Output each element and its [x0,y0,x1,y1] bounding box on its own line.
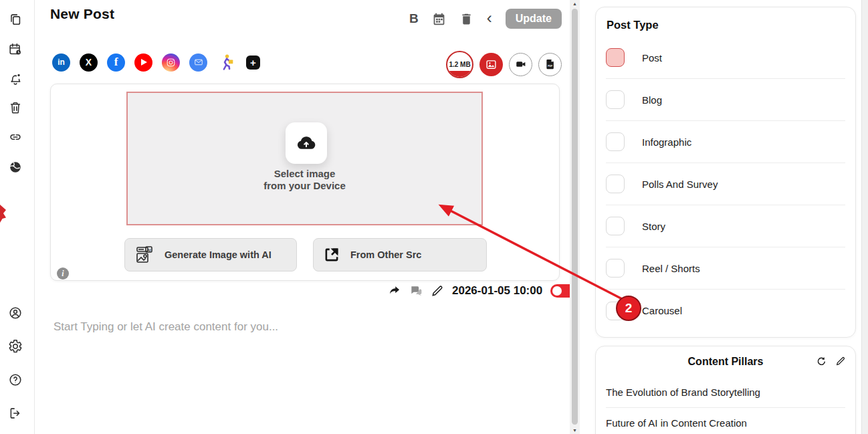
scroll-up-arrow[interactable]: ▲ [570,1,580,6]
post-type-title: Post Type [596,7,855,37]
facebook-icon[interactable]: f [107,53,125,72]
video-media-icon[interactable] [509,53,532,76]
post-type-option-post[interactable]: Post [606,37,845,79]
refresh-icon[interactable] [816,356,827,366]
post-toolbar: B ‹ Update [409,8,562,29]
checkbox-post[interactable] [606,48,625,67]
post-type-option-reel[interactable]: Reel / Shorts [606,247,845,290]
trash-icon[interactable] [8,100,23,115]
from-other-src-button[interactable]: From Other Src [313,238,487,272]
cloud-upload-icon[interactable] [286,122,327,164]
link-icon[interactable] [8,130,23,144]
generate-image-ai-button[interactable]: AI Generate Image with AI [124,238,297,272]
scheduled-datetime[interactable]: 2026-01-05 10:00 [452,284,542,298]
svg-text:AI: AI [147,248,151,252]
post-type-card: Post Type Post Blog Infographic Polls An… [595,7,856,338]
checkbox-blog[interactable] [606,90,625,109]
x-twitter-icon[interactable]: X [80,53,98,72]
checkbox-story[interactable] [606,217,625,235]
dropzone-caption: Select image from your Device [128,168,481,192]
post-type-option-story[interactable]: Story [606,205,845,247]
youtube-icon[interactable] [134,53,152,72]
campaign-walker-icon[interactable] [217,53,237,72]
account-icon[interactable] [8,306,23,320]
calendar-schedule-icon[interactable] [8,42,23,57]
info-icon[interactable]: i [57,267,69,280]
size-fill-indicator [447,71,472,77]
platform-selector: in X f + [52,53,260,72]
media-upload-card: Select image from your Device AI Generat… [50,84,560,281]
pillar-item-2[interactable]: Future of AI in Content Creation [606,408,845,434]
post-type-option-carousel[interactable]: Carousel [606,290,845,332]
notifications-icon[interactable] [8,72,23,86]
checkbox-reel[interactable] [606,259,625,278]
chevron-left-icon[interactable]: ‹ [487,11,492,25]
scroll-down-arrow[interactable]: ▼ [570,428,580,433]
calendar-icon[interactable] [432,12,446,26]
post-type-option-infographic[interactable]: Infographic [606,121,845,163]
window-scrollbar-track[interactable] [861,0,868,434]
edit-pillars-icon[interactable] [835,356,846,366]
delete-icon[interactable] [459,12,473,26]
content-pillars-header: Content Pillars [596,346,855,377]
image-media-icon[interactable] [479,53,503,76]
content-pillars-card: Content Pillars The Evolution of Brand S… [595,346,856,434]
instagram-icon[interactable] [162,53,180,72]
vertical-scrollbar[interactable]: ▲ ▼ [570,0,580,434]
image-dropzone[interactable]: Select image from your Device [126,92,483,225]
pillar-item-1[interactable]: The Evolution of Brand Storytelling [606,377,845,408]
file-size-badge[interactable]: 1.2 MB [446,51,473,78]
scrollbar-thumb[interactable] [572,9,578,425]
ai-image-icon: AI [134,245,154,265]
post-type-option-blog[interactable]: Blog [606,79,845,121]
edit-pencil-icon[interactable] [431,284,444,298]
toggle-knob [552,286,562,296]
settings-gear-icon[interactable] [8,339,23,354]
app-window: New Post B ‹ Update in X f + 1.2 MB [0,0,868,434]
content-pillars-title: Content Pillars [688,356,764,368]
update-button[interactable]: Update [506,9,562,29]
bold-icon[interactable]: B [409,11,419,26]
page-title: New Post [50,6,114,22]
pdf-media-icon[interactable]: PDF [538,53,562,76]
post-type-option-polls[interactable]: Polls And Survey [606,163,845,205]
share-icon[interactable] [388,284,401,298]
linkedin-icon[interactable]: in [52,53,70,72]
help-icon[interactable] [8,372,23,387]
content-editor[interactable]: Start Typing or let AI create content fo… [53,320,455,334]
checkbox-polls[interactable] [606,175,625,193]
media-type-badges: 1.2 MB PDF [446,50,562,78]
svg-text:PDF: PDF [548,65,552,68]
comments-icon[interactable] [409,284,423,298]
email-icon[interactable] [189,53,207,72]
left-sidebar [0,0,35,434]
logout-icon[interactable] [8,406,23,421]
red-annotation-fragment [0,205,6,223]
copy-icon[interactable] [8,12,23,27]
annotation-step-badge: 2 [616,296,641,321]
schedule-row: 2026-01-05 10:00 [388,283,578,299]
add-platform-icon[interactable]: + [246,56,260,70]
globe-icon[interactable] [8,160,23,175]
external-link-icon [323,246,340,263]
checkbox-infographic[interactable] [606,132,625,151]
